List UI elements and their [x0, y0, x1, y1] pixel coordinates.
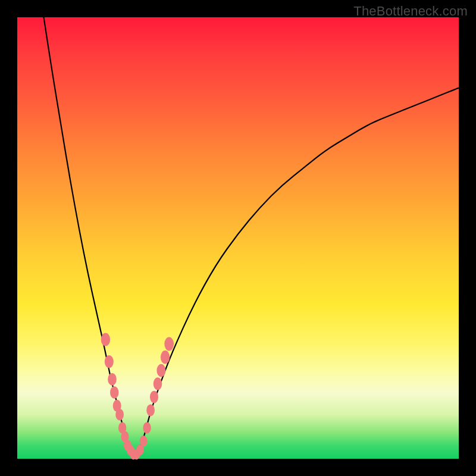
- data-marker: [108, 373, 117, 386]
- data-marker: [110, 386, 118, 399]
- left-curve: [44, 17, 132, 455]
- data-marker: [161, 350, 170, 364]
- data-marker: [143, 422, 151, 433]
- data-marker: [115, 409, 124, 421]
- plot-area: [17, 17, 459, 459]
- data-marker: [101, 333, 110, 346]
- data-marker: [156, 364, 165, 377]
- data-marker: [154, 377, 162, 390]
- chart-frame: TheBottleneck.com: [0, 0, 476, 476]
- data-marker: [150, 391, 158, 403]
- data-marker: [164, 337, 174, 351]
- marker-group: [101, 333, 174, 460]
- curve-group: [44, 17, 459, 455]
- data-marker: [105, 355, 114, 368]
- watermark-text: TheBottleneck.com: [353, 4, 468, 19]
- data-marker: [146, 404, 155, 416]
- right-curve: [136, 88, 459, 455]
- chart-svg: [17, 17, 459, 459]
- data-marker: [140, 436, 148, 447]
